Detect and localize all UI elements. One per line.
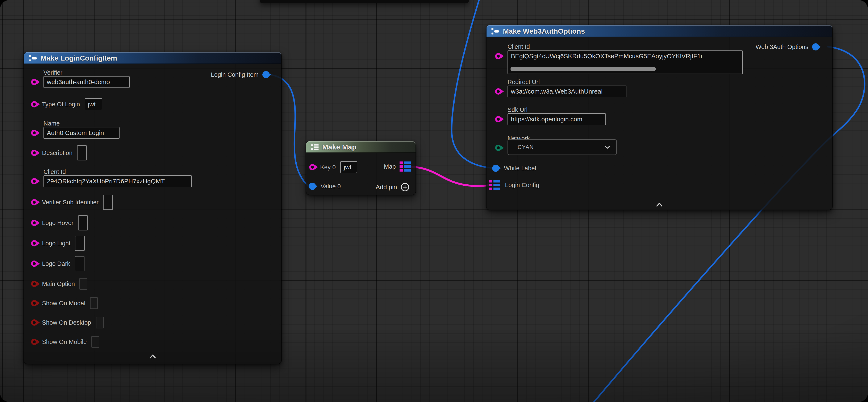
input-pin-logo-light[interactable] — [31, 240, 37, 247]
node-header[interactable]: Make Map — [306, 141, 415, 153]
key0-field[interactable]: jwt — [340, 161, 357, 173]
main-option-checkbox[interactable] — [80, 278, 87, 290]
verifier-field[interactable]: web3auth-auth0-demo — [43, 76, 130, 88]
node-title: Make Web3AuthOptions — [503, 27, 585, 35]
input-row-show-on-modal: Show On Modal — [31, 295, 98, 312]
input-pin-sdk-url[interactable] — [495, 116, 501, 122]
client-id-field[interactable]: BEglQSgt4cUWcj6SKRdu5QkOXTsePmMcusG5EAoy… — [507, 51, 743, 74]
sdk-url-field[interactable]: https://sdk.openlogin.com — [507, 113, 606, 125]
pin-label: Client Id — [507, 43, 530, 50]
input-pin-verifier[interactable] — [31, 79, 37, 85]
node-header[interactable]: Make Web3AuthOptions — [487, 25, 832, 37]
network-selected-value: CYAN — [518, 144, 534, 150]
input-row-logo-light: Logo Light — [31, 235, 85, 252]
pin-label: Description — [42, 149, 72, 156]
input-pin-white-label[interactable] — [492, 165, 499, 172]
input-pin-show-on-mobile[interactable] — [31, 339, 37, 345]
input-pin-type-of-login[interactable] — [31, 101, 37, 108]
description-field[interactable] — [77, 145, 87, 161]
make-struct-icon — [491, 27, 500, 35]
offscreen-node-stub[interactable] — [260, 0, 469, 3]
input-pin-key0[interactable] — [309, 164, 315, 170]
pin-label: Sdk Url — [507, 106, 527, 113]
input-pin-client-id[interactable] — [495, 53, 501, 59]
output-pin-map[interactable] — [400, 162, 411, 172]
input-row-redirect-url: Redirect Url w3a://com.w3a.Web3AuthUnrea… — [495, 79, 684, 98]
input-row-name: Name Auth0 Custom Login — [31, 120, 262, 140]
name-field[interactable]: Auth0 Custom Login — [43, 127, 120, 139]
node-title: Make LoginConfigItem — [40, 54, 117, 62]
input-row-logo-dark: Logo Dark — [31, 255, 85, 272]
input-pin-verifier-sub-identifier[interactable] — [31, 199, 37, 205]
node-make-web3authoptions[interactable]: Make Web3AuthOptions Web 3Auth Options C… — [487, 25, 832, 210]
collapse-chevron-icon[interactable] — [149, 354, 156, 359]
input-pin-logo-dark[interactable] — [31, 260, 37, 267]
chevron-down-icon — [604, 145, 611, 149]
input-pin-logo-hover[interactable] — [31, 220, 37, 226]
input-row-network: Network CYAN — [495, 135, 684, 160]
network-dropdown[interactable]: CYAN — [507, 139, 617, 155]
input-pin-main-option[interactable] — [31, 281, 37, 287]
add-pin-label: Add pin — [376, 183, 397, 191]
make-struct-icon — [29, 54, 37, 62]
input-pin-name[interactable] — [31, 130, 37, 136]
pin-label: Name — [43, 120, 60, 127]
pin-label: Verifier — [43, 69, 62, 76]
output-web3auth-options: Web 3Auth Options — [755, 43, 819, 51]
add-pin-button[interactable]: Add pin — [376, 182, 410, 192]
verifier-sub-identifier-field[interactable] — [103, 195, 113, 210]
output-label: Web 3Auth Options — [755, 44, 808, 51]
pin-label: Show On Modal — [42, 300, 85, 307]
pin-label: Key 0 — [320, 164, 336, 171]
blueprint-graph-canvas[interactable]: Make LoginConfigItem Login Config Item V… — [0, 0, 868, 402]
client-id-scrollbar[interactable] — [510, 67, 656, 71]
input-pin-value0[interactable] — [309, 183, 316, 190]
logo-light-field[interactable] — [75, 236, 85, 251]
pin-label: Main Option — [42, 281, 75, 287]
output-pin-web3auth-options[interactable] — [812, 43, 819, 51]
pin-label: Show On Mobile — [42, 339, 87, 345]
input-row-sdk-url: Sdk Url https://sdk.openlogin.com — [495, 106, 684, 126]
node-title: Make Map — [322, 143, 356, 151]
input-pin-redirect-url[interactable] — [495, 88, 501, 95]
input-row-description: Description — [31, 144, 87, 161]
add-pin-plus-icon — [400, 182, 410, 192]
collapse-chevron-icon[interactable] — [656, 202, 663, 207]
client-id-value: BEglQSgt4cUWcj6SKRdu5QkOXTsePmMcusG5EAoy… — [511, 53, 739, 60]
node-make-loginconfigitem[interactable]: Make LoginConfigItem Login Config Item V… — [24, 52, 281, 364]
redirect-url-field[interactable]: w3a://com.w3a.Web3AuthUnreal — [507, 86, 626, 97]
pin-label: Logo Dark — [42, 260, 70, 267]
input-pin-network[interactable] — [495, 145, 501, 151]
input-row-client-id: Client Id 294QRkchfq2YaXUbPri7D6PH7xzHgQ… — [31, 168, 273, 189]
logo-hover-field[interactable] — [78, 215, 88, 230]
input-pin-login-config[interactable] — [489, 180, 500, 190]
output-label: Map — [384, 163, 396, 170]
pin-label: Login Config — [505, 182, 539, 189]
pin-label: Redirect Url — [507, 79, 540, 86]
pin-label: Verifier Sub Identifier — [42, 199, 98, 206]
input-pin-show-on-desktop[interactable] — [31, 319, 37, 326]
node-make-map[interactable]: Make Map Key 0 jwt Map Value 0 Add pin — [306, 141, 415, 195]
logo-dark-field[interactable] — [75, 256, 85, 271]
input-row-type-of-login: Type Of Login jwt — [31, 96, 102, 113]
input-row-logo-hover: Logo Hover — [31, 214, 88, 231]
output-pin-login-config-item[interactable] — [262, 71, 270, 78]
pin-label: Value 0 — [320, 183, 341, 190]
show-on-mobile-checkbox[interactable] — [91, 336, 99, 348]
input-row-client-id: Client Id BEglQSgt4cUWcj6SKRdu5QkOXTsePm… — [495, 43, 758, 77]
input-row-login-config: Login Config — [489, 177, 539, 194]
output-map: Map — [384, 162, 411, 172]
show-on-desktop-checkbox[interactable] — [96, 317, 104, 328]
input-row-value0: Value 0 — [309, 178, 341, 195]
pin-label: Logo Light — [42, 240, 70, 247]
input-pin-show-on-modal[interactable] — [31, 300, 37, 306]
client-id-field[interactable]: 294QRkchfq2YaXUbPri7D6PH7xzHgQMT — [43, 175, 192, 187]
node-header[interactable]: Make LoginConfigItem — [24, 52, 281, 64]
input-pin-client-id[interactable] — [31, 178, 37, 184]
input-row-verifier: Verifier web3auth-auth0-demo — [31, 69, 262, 89]
type-of-login-field[interactable]: jwt — [85, 98, 102, 110]
show-on-modal-checkbox[interactable] — [90, 297, 98, 309]
wire-map-to-loginconfig[interactable] — [412, 167, 493, 186]
input-row-main-option: Main Option — [31, 276, 87, 292]
input-pin-description[interactable] — [31, 150, 37, 156]
